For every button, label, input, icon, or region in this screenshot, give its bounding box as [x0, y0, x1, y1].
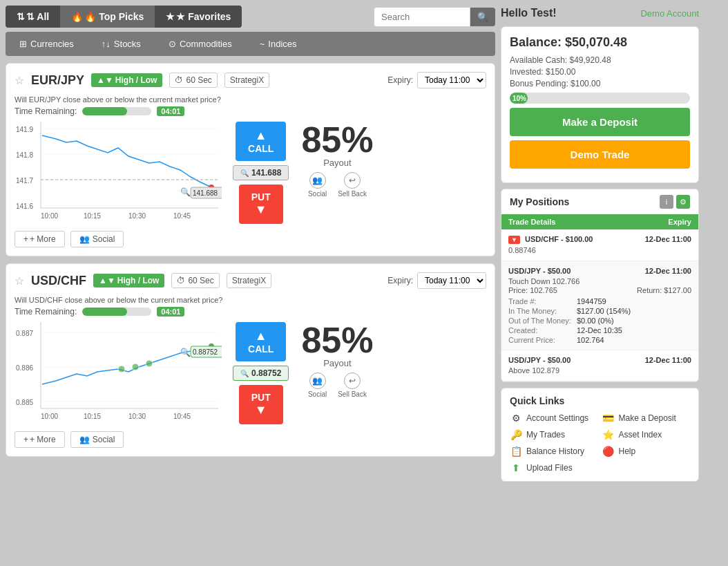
social-btn-icon-2: 👥 [79, 435, 90, 444]
deposit-button[interactable]: Make a Deposit [510, 108, 690, 136]
call-button-eurjpy[interactable]: ▲ CALL [236, 122, 286, 161]
trade-controls-usdchf: ▲ CALL 🔍 0.88752 PUT ▼ [233, 322, 289, 424]
asset-name-eurjpy: EUR/JPY [31, 73, 84, 88]
quick-links-card: Quick Links ⚙ Account Settings 💳 Make a … [501, 388, 699, 482]
quick-link-help[interactable]: 🔴 Help [602, 445, 691, 457]
social-button-eurjpy[interactable]: 👥 Social [70, 231, 124, 247]
svg-point-30 [146, 360, 153, 367]
asset-name-usdchf: USD/CHF [31, 274, 86, 288]
position-3-sub: Above 102.879 [508, 366, 691, 375]
demo-trade-button[interactable]: Demo Trade [510, 140, 690, 169]
social-icon-eurjpy[interactable]: 👥 Social [308, 172, 327, 198]
position-2-expiry: 12-Dec 11:00 [645, 267, 691, 275]
plus-icon-2: + [23, 435, 28, 444]
settings-icon: ⚙ [510, 412, 522, 424]
time-value-eurjpy: 04:01 [157, 106, 184, 116]
quick-link-account-settings[interactable]: ⚙ Account Settings [510, 412, 598, 424]
svg-text:10:30: 10:30 [128, 413, 146, 420]
time-value-usdchf: 04:01 [157, 307, 184, 317]
call-arrow-icon-2: ▲ [255, 329, 267, 343]
svg-text:10:00: 10:00 [41, 212, 58, 220]
payout-label-eurjpy: Payout [323, 158, 351, 168]
sell-back-icon-eurjpy[interactable]: ↩ Sell Back [338, 172, 367, 198]
magnifier-icon-2: 🔍 [240, 370, 249, 377]
demo-account-link[interactable]: Demo Account [640, 8, 699, 19]
positions-gear-icon[interactable]: ⚙ [676, 195, 690, 209]
commodities-icon: ⊙ [169, 39, 176, 49]
quick-links-title: Quick Links [510, 395, 690, 406]
card-body-usdchf: 0.887 0.886 0.885 [15, 322, 486, 424]
card-footer-usdchf: + + More 👥 Social [15, 431, 486, 448]
indices-icon: ~ [260, 39, 265, 49]
bonus-progress-fill: 10% [510, 93, 528, 104]
nav-all-button[interactable]: ⇅ ⇅ All [6, 6, 60, 28]
sell-back-icon-usdchf[interactable]: ↩ Sell Back [338, 372, 367, 398]
high-low-badge-eurjpy: ▲▼ High / Low [91, 73, 162, 87]
more-button-eurjpy[interactable]: + + More [15, 231, 65, 247]
balance-icon: 📋 [510, 445, 522, 457]
position-3-expiry: 12-Dec 11:00 [645, 356, 691, 364]
balance-card: Balance: $50,070.48 Available Cash: $49,… [501, 26, 699, 183]
col-expiry: Expiry [629, 218, 691, 226]
svg-text:141.688: 141.688 [193, 189, 218, 197]
asset-icon: ⭐ [602, 428, 615, 441]
call-button-usdchf[interactable]: ▲ CALL [236, 322, 286, 361]
created-val: 12-Dec 10:35 [577, 326, 691, 334]
payout-icons-eurjpy: 👥 Social ↩ Sell Back [308, 172, 367, 198]
favorite-star-usdchf[interactable]: ☆ [15, 274, 24, 287]
quick-link-make-deposit[interactable]: 💳 Make a Deposit [602, 412, 691, 424]
svg-text:0.886: 0.886 [16, 364, 33, 372]
strategix-badge-usdchf: StrategiX [227, 273, 271, 288]
payout-area-usdchf: 85% Payout 👥 Social ↩ Sell Back [301, 322, 373, 398]
more-button-usdchf[interactable]: + + More [15, 431, 65, 448]
bonus-progress-bar: 10% [510, 93, 690, 104]
progress-text: 10% [513, 95, 526, 102]
card-footer-eurjpy: + + More 👥 Social [15, 231, 486, 247]
subnav-currencies[interactable]: ⊞ Currencies [6, 32, 88, 56]
sub-nav: ⊞ Currencies ↑↓ Stocks ⊙ Commodities ~ I… [6, 32, 495, 56]
right-panel: Hello Test! Demo Account Balance: $50,07… [501, 0, 705, 487]
subnav-commodities[interactable]: ⊙ Commodities [155, 32, 246, 56]
social-icon-usdchf[interactable]: 👥 Social [308, 372, 327, 398]
greeting-bar: Hello Test! Demo Account [501, 6, 699, 21]
time-remaining-eurjpy: Time Remaining: 04:01 [15, 106, 486, 116]
search-input[interactable] [374, 7, 470, 27]
svg-text:🔍: 🔍 [180, 187, 191, 197]
payout-pct-usdchf: 85% [301, 322, 373, 358]
search-button[interactable]: 🔍 [470, 8, 495, 26]
subnav-indices[interactable]: ~ Indices [246, 32, 311, 56]
chart-eurjpy: 141.9 141.8 141.7 141.6 [15, 122, 222, 224]
payout-icons-usdchf: 👥 Social ↩ Sell Back [308, 372, 367, 398]
star-nav-icon: ★ [166, 11, 175, 22]
expiry-select-usdchf[interactable]: Today 11:00 [417, 272, 486, 289]
position-2-trade: USD/JPY - $50.00 [508, 267, 571, 275]
payout-label-usdchf: Payout [323, 358, 351, 368]
quick-link-upload-files[interactable]: ⬆ Upload Files [510, 462, 598, 474]
position-1-expiry: 12-Dec 11:00 [645, 235, 691, 244]
put-button-usdchf[interactable]: PUT ▼ [239, 385, 283, 424]
pos-badge-1: ▼ [508, 236, 520, 244]
subnav-stocks[interactable]: ↑↓ Stocks [88, 32, 155, 56]
strategix-badge-eurjpy: StrategiX [224, 73, 269, 88]
expiry-select-eurjpy[interactable]: Today 11:00 [417, 72, 486, 88]
social-btn-icon: 👥 [79, 234, 90, 244]
nav-top-picks-label: 🔥 Top Picks [84, 11, 144, 22]
nav-top-picks-button[interactable]: 🔥 🔥 Top Picks [60, 6, 155, 28]
quick-link-asset-index[interactable]: ⭐ Asset Index [602, 428, 691, 441]
all-icon: ⇅ [17, 11, 25, 22]
chart-usdchf: 0.887 0.886 0.885 [15, 322, 222, 424]
svg-text:0.887: 0.887 [16, 330, 33, 337]
quick-link-my-trades[interactable]: 🔑 My Trades [510, 428, 598, 441]
current-price-val: 102.764 [577, 336, 691, 344]
nav-favorites-button[interactable]: ★ ★ Favorites [155, 6, 242, 28]
favorite-star-eurjpy[interactable]: ☆ [15, 74, 24, 87]
payout-pct-eurjpy: 85% [301, 122, 373, 158]
quick-link-balance-history[interactable]: 📋 Balance History [510, 445, 598, 457]
balance-title: Balance: $50,070.48 [510, 35, 690, 50]
put-button-eurjpy[interactable]: PUT ▼ [239, 185, 283, 224]
positions-info-icon[interactable]: i [660, 195, 673, 209]
position-row-3: USD/JPY - $50.00 12-Dec 11:00 Above 102.… [501, 350, 698, 381]
deposit-icon: 💳 [602, 412, 615, 424]
commodities-label: Commodities [180, 39, 232, 49]
social-button-usdchf[interactable]: 👥 Social [70, 431, 124, 448]
